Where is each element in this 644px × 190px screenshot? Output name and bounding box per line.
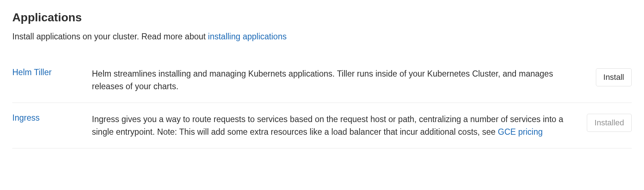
app-description-ingress: Ingress gives you a way to route request… — [92, 113, 572, 138]
app-action-col: Install — [596, 68, 632, 86]
applications-heading: Applications — [12, 11, 632, 24]
app-name-col: Ingress — [12, 113, 92, 123]
install-button-helm-tiller[interactable]: Install — [596, 68, 632, 86]
app-name-col: Helm Tiller — [12, 68, 92, 77]
app-row-helm-tiller: Helm Tiller Helm streamlines installing … — [12, 68, 632, 103]
installing-applications-link[interactable]: installing applications — [208, 32, 287, 41]
app-action-col: Installed — [587, 113, 632, 132]
app-link-ingress[interactable]: Ingress — [12, 113, 39, 122]
gce-pricing-link[interactable]: GCE pricing — [498, 127, 543, 137]
app-desc-col: Ingress gives you a way to route request… — [92, 113, 587, 138]
app-description-helm-tiller: Helm streamlines installing and managing… — [92, 68, 581, 92]
app-link-helm-tiller[interactable]: Helm Tiller — [12, 68, 52, 77]
intro-text: Install applications on your cluster. Re… — [12, 32, 208, 41]
applications-intro: Install applications on your cluster. Re… — [12, 31, 632, 42]
app-row-ingress: Ingress Ingress gives you a way to route… — [12, 103, 632, 148]
app-desc-col: Helm streamlines installing and managing… — [92, 68, 596, 92]
app-description-text: Ingress gives you a way to route request… — [92, 115, 563, 137]
installed-button-ingress: Installed — [587, 114, 632, 132]
